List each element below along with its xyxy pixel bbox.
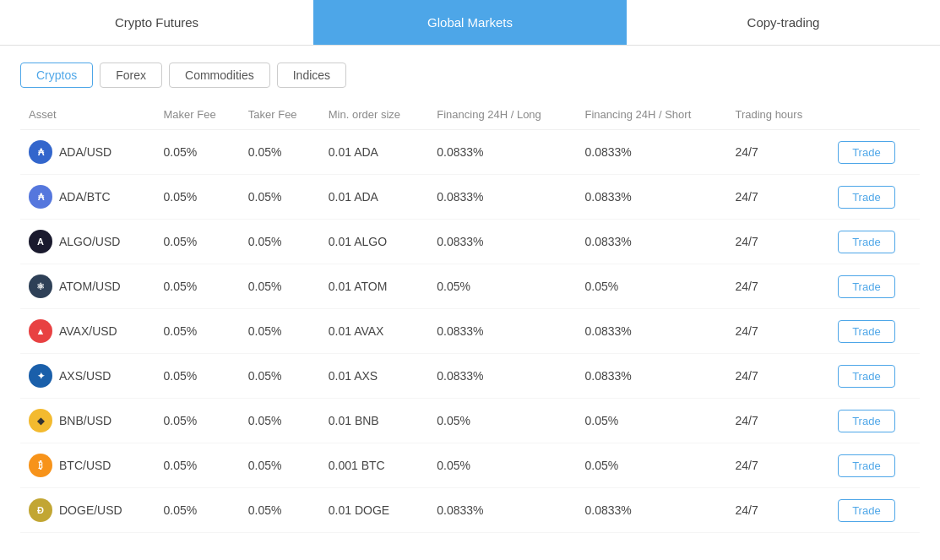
table-row: ⚛ ATOM/USD 0.05% 0.05% 0.01 ATOM 0.05% 0… (20, 264, 920, 309)
cell-trading-hours: 24/7 (726, 220, 829, 264)
cell-min-order: 0.01 ADA (320, 130, 428, 175)
nav-crypto-futures[interactable]: Crypto Futures (0, 0, 313, 45)
trade-button[interactable]: Trade (838, 410, 894, 432)
col-min-order: Min. order size (320, 101, 428, 130)
cell-financing-long: 0.05% (428, 399, 576, 443)
cell-taker-fee: 0.05% (240, 488, 320, 533)
cell-financing-long: 0.0833% (428, 488, 576, 533)
table-row: ◆ BNB/USD 0.05% 0.05% 0.01 BNB 0.05% 0.0… (20, 399, 920, 443)
asset-icon: Ð (29, 498, 52, 522)
cell-trade: Trade (829, 488, 920, 533)
market-table: Asset Maker Fee Taker Fee Min. order siz… (20, 101, 920, 533)
cell-min-order: 0.001 BTC (320, 443, 428, 488)
cell-trading-hours: 24/7 (726, 443, 829, 488)
asset-icon: ₿ (29, 454, 52, 477)
asset-icon: ▲ (29, 319, 52, 343)
trade-button[interactable]: Trade (838, 499, 894, 522)
asset-name: BNB/USD (59, 414, 111, 427)
col-trading-hours: Trading hours (726, 101, 829, 130)
cell-asset: ◆ BNB/USD (20, 399, 155, 443)
table-row: A ALGO/USD 0.05% 0.05% 0.01 ALGO 0.0833%… (20, 220, 920, 264)
trade-button[interactable]: Trade (838, 186, 894, 209)
cell-min-order: 0.01 BNB (320, 399, 428, 443)
cell-asset: ▲ AVAX/USD (20, 309, 155, 354)
cell-maker-fee: 0.05% (155, 220, 240, 264)
nav-copy-trading[interactable]: Copy-trading (627, 0, 940, 45)
cell-trading-hours: 24/7 (726, 309, 829, 354)
cell-financing-short: 0.0833% (577, 354, 727, 399)
cell-financing-short: 0.0833% (577, 175, 727, 220)
asset-name: AXS/USD (59, 369, 111, 383)
trade-button[interactable]: Trade (838, 231, 894, 253)
table-row: ▲ AVAX/USD 0.05% 0.05% 0.01 AVAX 0.0833%… (20, 309, 920, 354)
filter-tabs: Cryptos Forex Commodities Indices (0, 46, 940, 101)
asset-name: AVAX/USD (59, 324, 117, 338)
cell-trade: Trade (829, 175, 920, 220)
cell-trade: Trade (829, 354, 920, 399)
cell-financing-long: 0.0833% (428, 309, 576, 354)
cell-min-order: 0.01 AXS (320, 354, 428, 399)
asset-name: ATOM/USD (59, 280, 121, 293)
cell-financing-short: 0.05% (577, 443, 727, 488)
cell-min-order: 0.01 ALGO (320, 220, 428, 264)
cell-trade: Trade (829, 399, 920, 443)
cell-financing-short: 0.0833% (577, 488, 727, 533)
cell-maker-fee: 0.05% (155, 264, 240, 309)
cell-maker-fee: 0.05% (155, 443, 240, 488)
table-row: ₿ BTC/USD 0.05% 0.05% 0.001 BTC 0.05% 0.… (20, 443, 920, 488)
trade-button[interactable]: Trade (838, 320, 894, 343)
table-row: ₳ ADA/BTC 0.05% 0.05% 0.01 ADA 0.0833% 0… (20, 175, 920, 220)
cell-asset: ₳ ADA/BTC (20, 175, 155, 220)
cell-min-order: 0.01 ADA (320, 175, 428, 220)
cell-maker-fee: 0.05% (155, 175, 240, 220)
cell-financing-long: 0.05% (428, 264, 576, 309)
cell-min-order: 0.01 AVAX (320, 309, 428, 354)
nav-global-markets[interactable]: Global Markets (313, 0, 627, 45)
asset-name: ADA/BTC (59, 190, 111, 204)
cell-trading-hours: 24/7 (726, 354, 829, 399)
tab-cryptos[interactable]: Cryptos (20, 63, 93, 88)
cell-maker-fee: 0.05% (155, 488, 240, 533)
cell-financing-long: 0.0833% (428, 354, 576, 399)
cell-trading-hours: 24/7 (726, 264, 829, 309)
cell-financing-short: 0.0833% (577, 309, 727, 354)
tab-forex[interactable]: Forex (100, 63, 162, 88)
cell-financing-long: 0.0833% (428, 220, 576, 264)
trade-button[interactable]: Trade (838, 141, 894, 164)
trade-button[interactable]: Trade (838, 275, 894, 298)
cell-maker-fee: 0.05% (155, 399, 240, 443)
asset-icon: ₳ (29, 140, 52, 164)
cell-asset: A ALGO/USD (20, 220, 155, 264)
asset-name: BTC/USD (59, 459, 111, 472)
trade-button[interactable]: Trade (838, 365, 894, 388)
asset-icon: ◆ (29, 409, 52, 432)
cell-trade: Trade (829, 264, 920, 309)
cell-taker-fee: 0.05% (240, 220, 320, 264)
cell-trade: Trade (829, 443, 920, 488)
cell-min-order: 0.01 ATOM (320, 264, 428, 309)
cell-taker-fee: 0.05% (240, 130, 320, 175)
trade-button[interactable]: Trade (838, 454, 894, 477)
cell-financing-short: 0.05% (577, 399, 727, 443)
top-nav: Crypto Futures Global Markets Copy-tradi… (0, 0, 940, 46)
tab-commodities[interactable]: Commodities (169, 63, 270, 88)
tab-indices[interactable]: Indices (277, 63, 346, 88)
cell-min-order: 0.01 DOGE (320, 488, 428, 533)
cell-asset: ₿ BTC/USD (20, 443, 155, 488)
cell-trade: Trade (829, 220, 920, 264)
asset-icon: ₳ (29, 185, 52, 209)
cell-maker-fee: 0.05% (155, 354, 240, 399)
cell-maker-fee: 0.05% (155, 130, 240, 175)
col-action (829, 101, 920, 130)
cell-asset: ✦ AXS/USD (20, 354, 155, 399)
cell-financing-long: 0.05% (428, 443, 576, 488)
cell-trading-hours: 24/7 (726, 488, 829, 533)
cell-trade: Trade (829, 309, 920, 354)
cell-financing-long: 0.0833% (428, 175, 576, 220)
asset-icon: A (29, 230, 52, 253)
cell-trade: Trade (829, 130, 920, 175)
cell-trading-hours: 24/7 (726, 399, 829, 443)
cell-asset: Ð DOGE/USD (20, 488, 155, 533)
cell-financing-long: 0.0833% (428, 130, 576, 175)
table-row: ✦ AXS/USD 0.05% 0.05% 0.01 AXS 0.0833% 0… (20, 354, 920, 399)
